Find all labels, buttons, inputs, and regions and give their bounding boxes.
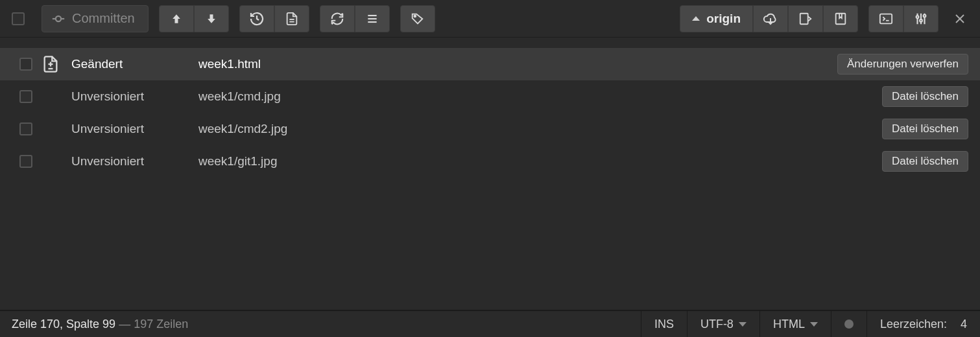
select-all-checkbox[interactable] (12, 12, 25, 25)
settings-sliders-button[interactable] (903, 5, 938, 32)
language-selector[interactable]: HTML (759, 311, 831, 337)
file-path: week1/cmd.jpg (198, 89, 882, 104)
pull-button[interactable] (194, 5, 229, 32)
file-row[interactable]: Unversioniertweek1/cmd.jpgDatei löschen (0, 80, 980, 113)
commit-button[interactable]: Committen (42, 5, 149, 32)
git-toolbar: Committen (0, 0, 980, 38)
remote-label: origin (706, 12, 741, 26)
commit-label: Committen (72, 11, 135, 26)
push-pull-group (159, 5, 229, 32)
checkout-button[interactable] (788, 5, 823, 32)
chevron-down-icon (739, 322, 747, 327)
tag-group (400, 5, 435, 32)
status-bar: Zeile 170, Spalte 99 — 197 Zeilen INS UT… (0, 310, 980, 337)
delete-file-button[interactable]: Datei löschen (882, 86, 968, 107)
terminal-button[interactable] (868, 5, 903, 32)
discard-changes-button[interactable]: Änderungen verwerfen (837, 54, 968, 75)
file-row[interactable]: Unversioniertweek1/git1.jpgDatei löschen (0, 145, 980, 178)
cursor-position[interactable]: Zeile 170, Spalte 99 — 197 Zeilen (0, 318, 188, 331)
file-row[interactable]: Unversioniertweek1/cmd2.jpgDatei löschen (0, 113, 980, 145)
file-path: week1/git1.jpg (198, 154, 882, 168)
push-button[interactable] (159, 5, 194, 32)
stage-checkbox[interactable] (19, 122, 32, 135)
delete-file-button[interactable]: Datei löschen (882, 151, 968, 172)
file-view-button[interactable] (274, 5, 309, 32)
svg-rect-9 (800, 13, 808, 24)
list-options-button[interactable] (355, 5, 390, 32)
file-status: Unversioniert (69, 154, 198, 168)
history-file-group (239, 5, 309, 32)
svg-point-14 (916, 16, 919, 18)
file-row[interactable]: Geändertweek1.htmlÄnderungen verwerfen (0, 48, 980, 80)
bookmark-button[interactable] (823, 5, 858, 32)
file-status: Geändert (69, 57, 198, 71)
status-dot-icon (844, 320, 854, 329)
file-status: Unversioniert (69, 89, 198, 104)
lint-status[interactable] (831, 311, 866, 337)
refresh-list-group (320, 5, 390, 32)
stage-checkbox[interactable] (19, 58, 32, 71)
svg-rect-10 (836, 13, 846, 24)
tag-button[interactable] (400, 5, 435, 32)
tools-group (868, 5, 938, 32)
svg-rect-11 (880, 14, 892, 23)
refresh-button[interactable] (320, 5, 355, 32)
triangle-up-icon (692, 16, 700, 21)
fetch-button[interactable] (753, 5, 788, 32)
stage-checkbox[interactable] (19, 155, 32, 168)
commit-icon (51, 12, 66, 26)
close-panel-button[interactable] (951, 10, 968, 27)
svg-point-18 (924, 14, 926, 17)
diff-file-icon (32, 54, 69, 74)
file-path: week1/cmd2.jpg (198, 122, 882, 136)
file-path: week1.html (198, 57, 837, 71)
delete-file-button[interactable]: Datei löschen (882, 119, 968, 139)
file-status: Unversioniert (69, 122, 198, 136)
insert-mode-indicator[interactable]: INS (641, 311, 687, 337)
chevron-down-icon (810, 322, 818, 327)
stage-checkbox[interactable] (19, 90, 32, 103)
history-button[interactable] (239, 5, 274, 32)
indent-selector[interactable]: Leerzeichen: 4 (866, 311, 980, 337)
svg-point-0 (56, 16, 61, 21)
remote-group: origin (680, 5, 858, 32)
changed-files-list: Geändertweek1.htmlÄnderungen verwerfenUn… (0, 48, 980, 178)
encoding-selector[interactable]: UTF-8 (687, 311, 759, 337)
svg-point-16 (920, 19, 922, 21)
remote-selector[interactable]: origin (680, 5, 753, 32)
svg-point-8 (414, 15, 416, 17)
